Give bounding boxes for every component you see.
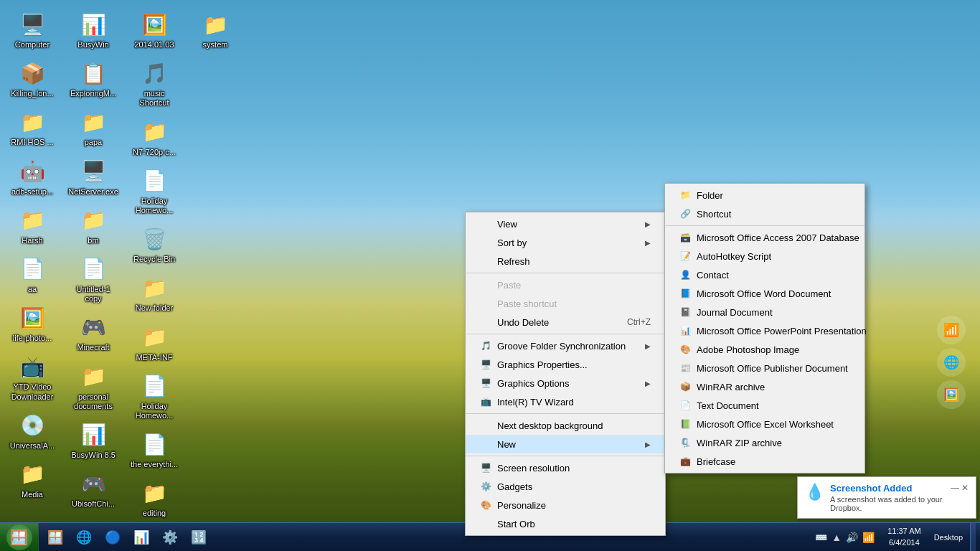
- ctx-item-gadgets[interactable]: ⚙️Gadgets: [466, 477, 665, 496]
- notification-close[interactable]: — ✕: [951, 483, 969, 493]
- submenu-item-briefcase[interactable]: 💼 Briefcase: [665, 452, 864, 471]
- submenu-separator: [665, 225, 864, 226]
- ctx-item-intel-tv[interactable]: 📺Intel(R) TV Wizard: [466, 392, 665, 411]
- desktop-icon-busywin[interactable]: 📊 BusyWin: [65, 7, 122, 52]
- wifi-panel: 📶 🌐 🖼️: [937, 316, 966, 409]
- desktop-icon-exploringm[interactable]: 📋 ExploringM...: [65, 56, 122, 101]
- ctx-item-graphics-props[interactable]: 🖥️Graphics Properties...: [466, 355, 665, 374]
- desktop-icon-harsh[interactable]: 📁 Harsh: [4, 203, 61, 248]
- desktop-icon-holiday-hw2[interactable]: 📄 Holiday Homewo...: [126, 369, 183, 423]
- desktop-icon-holiday-hw1[interactable]: 📄 Holiday Homewo...: [126, 164, 183, 218]
- network-icon[interactable]: 🌐: [937, 348, 966, 377]
- desktop-icon-killing-lone[interactable]: 📦 Killing_lon...: [4, 56, 61, 101]
- ctx-item-graphics-options[interactable]: 🖥️Graphics Options▶: [466, 374, 665, 392]
- ctx-item-sort-by[interactable]: Sort by▶: [466, 233, 665, 252]
- wifi-icon[interactable]: 📶: [937, 316, 966, 344]
- submenu-item-autohotkey[interactable]: 📝 AutoHotkey Script: [665, 247, 864, 265]
- desktop-icon-rmi-hos[interactable]: 📁 RMI HOS ...: [4, 105, 61, 150]
- desktop-icon-music-shortcut[interactable]: 🎵 music Shortcut: [126, 56, 183, 110]
- desktop-icon-recycle-bin[interactable]: 🗑️ Recycle Bin: [126, 222, 183, 267]
- submenu-icon-briefcase: 💼: [679, 456, 691, 467]
- ctx-label-next-bg: Next desktop background: [497, 420, 603, 431]
- submenu-item-ms-word[interactable]: 📘 Microsoft Office Word Document: [665, 284, 864, 303]
- start-button[interactable]: 🪟: [0, 523, 39, 552]
- submenu-item-ms-publisher[interactable]: 📰 Microsoft Office Publisher Document: [665, 359, 864, 377]
- system-clock[interactable]: 11:37 AM 6/4/2014: [882, 523, 926, 552]
- desktop-icon-netserver[interactable]: 🖥️ NetServer.exe: [65, 154, 122, 199]
- desktop-icon-adb-setup[interactable]: 🤖 adb-setup...: [4, 154, 61, 199]
- desktop-icon-life-photo[interactable]: 🖼️ life-photo...: [4, 301, 61, 346]
- submenu-item-shortcut[interactable]: 🔗 Shortcut: [665, 204, 864, 223]
- photo-icon[interactable]: 🖼️: [937, 380, 966, 409]
- icon-label-music-shortcut: music Shortcut: [128, 89, 180, 108]
- submenu-item-journal-doc[interactable]: 📓 Journal Document: [665, 303, 864, 321]
- desktop-icon-ytd-video[interactable]: 📺 YTD Video Downloader: [4, 349, 61, 404]
- desktop-icon-the-everything[interactable]: 📄 the everythi...: [126, 427, 183, 472]
- submenu-item-ms-access[interactable]: 🗃️ Microsoft Office Access 2007 Database: [665, 228, 864, 247]
- icon-image-busywin35: 📊: [79, 420, 108, 449]
- desktop-icon-new-folder[interactable]: 📁 New folder: [126, 270, 183, 316]
- ctx-item-refresh[interactable]: Refresh: [466, 252, 665, 270]
- taskbar-program-start[interactable]: 🪟: [42, 525, 69, 550]
- submenu-icon-winrar-zip: 🗜️: [679, 437, 691, 448]
- desktop-icon-ubisoftchi[interactable]: 🎮 UbisoftChi...: [65, 466, 122, 512]
- submenu-item-ms-powerpoint[interactable]: 📊 Microsoft Office PowerPoint Presentati…: [665, 321, 864, 340]
- desktop-icon-computer[interactable]: 🖥️ Computer: [4, 7, 61, 52]
- taskbar-program-control-panel[interactable]: ⚙️: [156, 525, 184, 550]
- desktop-icon-universala[interactable]: 💿 UniversalA...: [4, 408, 61, 453]
- taskbar-program-calculator[interactable]: 🔢: [185, 525, 212, 550]
- ctx-item-screen-res[interactable]: 🖥️Screen resolution: [466, 458, 665, 477]
- desktop-icon-busywin35[interactable]: 📊 BusyWin 8.5: [65, 418, 122, 463]
- desktop-icon-n7-720p[interactable]: 📁 N7-720p c...: [126, 115, 183, 160]
- ctx-item-next-bg[interactable]: Next desktop background: [466, 416, 665, 435]
- submenu-item-adobe-photo[interactable]: 🎨 Adobe Photoshop Image: [665, 340, 864, 359]
- desktop-icon-minecraft[interactable]: 🎮 Minecraft: [65, 310, 122, 355]
- taskbar-program-chrome[interactable]: 🔵: [99, 525, 126, 550]
- desktop-icon-2014-01-03[interactable]: 🖼️ 2014.01.03: [126, 7, 183, 52]
- submenu-item-ms-excel[interactable]: 📗 Microsoft Office Excel Worksheet: [665, 415, 864, 433]
- submenu-item-winrar-zip[interactable]: 🗜️ WinRAR ZIP archive: [665, 433, 864, 452]
- submenu-item-folder[interactable]: 📁 Folder: [665, 186, 864, 204]
- desktop-icon-papa[interactable]: 📁 papa: [65, 105, 122, 150]
- desktop-icon-personal-docs[interactable]: 📁 personal documents: [65, 359, 122, 414]
- close-notif[interactable]: ✕: [961, 483, 969, 493]
- ctx-separator: [466, 334, 665, 334]
- dropbox-notification[interactable]: 💧 Screenshot Added A screenshot was adde…: [797, 476, 976, 519]
- taskbar-program-busywin-tb[interactable]: 📊: [128, 525, 155, 550]
- desktop-icon-system[interactable]: 📁 system: [187, 7, 244, 52]
- taskbar-program-ie[interactable]: 🌐: [70, 525, 98, 550]
- submenu-item-text-doc[interactable]: 📄 Text Document: [665, 396, 864, 415]
- show-desktop-button[interactable]: [970, 523, 976, 552]
- icon-label-rmi-hos: RMI HOS ...: [11, 138, 53, 147]
- ctx-item-groove-sync[interactable]: 🎵Groove Folder Synchronization▶: [466, 336, 665, 355]
- ctx-label-view: View: [497, 219, 517, 230]
- desktop-icon-bm[interactable]: 📁 bm: [65, 203, 122, 248]
- icon-image-meta-inf: 📁: [140, 323, 169, 352]
- ctx-item-personalize[interactable]: 🎨Personalize: [466, 496, 665, 514]
- ctx-icon-undo-delete: [480, 316, 491, 328]
- ctx-item-view[interactable]: View▶: [466, 215, 665, 233]
- tray-volume[interactable]: 🔊: [846, 532, 858, 543]
- ctx-item-start-orb[interactable]: Start Orb: [466, 514, 665, 533]
- desktop-icon-editing[interactable]: 📁 editing: [126, 476, 183, 521]
- ctx-item-new[interactable]: New▶: [466, 435, 665, 453]
- submenu-item-contact[interactable]: 👤 Contact: [665, 265, 864, 284]
- icon-label-adb-setup: adb-setup...: [11, 187, 53, 197]
- icon-image-killing-lone: 📦: [18, 59, 47, 88]
- desktop-icon-media[interactable]: 📁 Media: [4, 457, 61, 502]
- tray-network[interactable]: 📶: [862, 532, 875, 543]
- icon-image-music-shortcut: 🎵: [140, 59, 169, 88]
- icon-label-exploringm: ExploringM...: [70, 89, 116, 98]
- ctx-item-undo-delete[interactable]: Undo DeleteCtrl+Z: [466, 313, 665, 331]
- desktop-icon-aa[interactable]: 📄 aa: [4, 252, 61, 297]
- ctx-shortcut-undo-delete: Ctrl+Z: [627, 317, 651, 327]
- show-desktop-label[interactable]: Desktop: [930, 533, 967, 542]
- desktop-icon-meta-inf[interactable]: 📁 META-INF: [126, 320, 183, 365]
- submenu-item-winrar-archive[interactable]: 📦 WinRAR archive: [665, 377, 864, 396]
- desktop-icons: 🖥️ Computer 📦 Killing_lon... 📁 RMI HOS .…: [4, 7, 291, 524]
- desktop-icon-untitled1[interactable]: 📄 Untitled-1 copy: [65, 252, 122, 306]
- tray-arrow[interactable]: ▲: [831, 532, 842, 543]
- tray-keyboard[interactable]: ⌨️: [815, 532, 827, 543]
- ctx-item-paste-shortcut: Paste shortcut: [466, 294, 665, 313]
- minimize-notif[interactable]: —: [951, 483, 959, 493]
